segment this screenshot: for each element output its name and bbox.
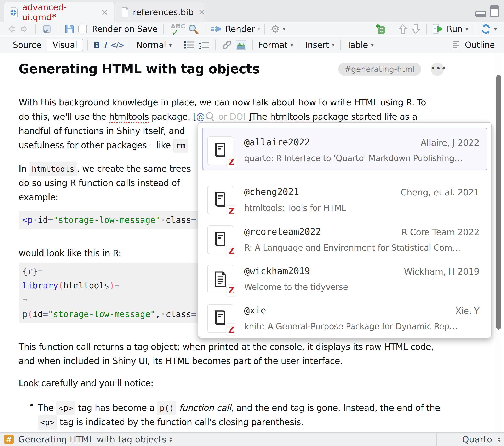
tab-label: advanced-ui.qmd*: [22, 2, 97, 22]
zotero-badge-icon: Z: [227, 324, 236, 335]
citation-author: Allaire, J 2022: [421, 138, 480, 148]
render-options-caret[interactable]: ▾: [257, 26, 260, 32]
citation-item[interactable]: Z@cheng2021Cheng, et al. 2021htmltools: …: [202, 183, 487, 221]
tab-references[interactable]: references.bib ×: [115, 2, 204, 22]
spellcheck-button[interactable]: ABC ✓: [168, 23, 186, 35]
close-icon[interactable]: ×: [101, 8, 108, 17]
svg-text:C: C: [379, 27, 383, 33]
back-button[interactable]: [5, 23, 18, 35]
tab-label: references.bib: [133, 7, 194, 17]
citation-title: quarto: R Interface to 'Quarto' Markdown…: [244, 154, 463, 163]
book-icon: Z: [207, 304, 233, 333]
document-mode-selector[interactable]: Quarto ▴▾: [458, 433, 504, 446]
citation-title: knitr: A General-Purpose Package for Dyn…: [244, 322, 457, 331]
checkbox[interactable]: [78, 25, 87, 33]
svg-text:2: 2: [199, 45, 201, 50]
citation-item[interactable]: Z@wickham2019Wickham, H 2019Welcome to t…: [202, 262, 487, 300]
render-settings-button[interactable]: ⚙ ▾: [269, 23, 287, 35]
forward-button[interactable]: [18, 23, 31, 35]
citation-popup: Z@allaire2022Allaire, J 2022quarto: R In…: [198, 122, 492, 338]
book-icon: Z: [207, 137, 233, 165]
citation-id: @xie: [244, 305, 266, 316]
gear-icon: ⚙: [270, 24, 280, 34]
block-options-button[interactable]: •••: [431, 63, 444, 76]
insert-chunk-button[interactable]: C: [373, 23, 388, 35]
find-replace-button[interactable]: [186, 23, 201, 35]
run-options-caret[interactable]: ▾: [466, 26, 468, 32]
editor-left-border: [5, 54, 5, 432]
format-menu[interactable]: Format ▾: [257, 39, 295, 51]
citation-author: R Core Team 2022: [401, 227, 479, 237]
book-icon: Z: [207, 186, 233, 214]
go-next-section-button[interactable]: [409, 23, 422, 35]
numbered-list-button[interactable]: 12: [197, 39, 211, 51]
bold-button[interactable]: B: [92, 39, 102, 51]
citation-id: @wickham2019: [244, 266, 310, 276]
book-icon: Z: [207, 225, 233, 254]
chevron-down-icon: ▾: [332, 42, 335, 48]
chevron-down-icon: ▾: [371, 42, 374, 48]
chevron-down-icon: ▾: [290, 42, 293, 48]
rerun-button[interactable]: ▾: [479, 23, 499, 35]
open-in-new-window-button[interactable]: [40, 23, 54, 35]
link-button[interactable]: [220, 39, 234, 51]
citation-id: @cheng2021: [244, 187, 299, 197]
citation-author: Cheng, et al. 2021: [401, 187, 479, 198]
rerun-options-caret[interactable]: ▾: [494, 26, 497, 32]
search-icon: [206, 112, 215, 121]
citation-id: @allaire2022: [244, 137, 310, 147]
sort-arrows-icon: ▴▾: [170, 436, 172, 443]
outline-toggle[interactable]: Outline: [451, 39, 497, 51]
maximize-pane-icon[interactable]: [490, 5, 499, 17]
go-previous-section-button[interactable]: [396, 23, 409, 35]
format-toolbar: Source Visual B I </> Normal ▾ 12 Format…: [0, 37, 504, 53]
inline-code-button[interactable]: </>: [108, 39, 126, 51]
citation-author: Wickham, H 2019: [404, 266, 479, 277]
close-icon[interactable]: ×: [198, 8, 206, 17]
citation-title: Welcome to the tidyverse: [244, 282, 348, 292]
run-button[interactable]: Run ▾: [431, 23, 470, 35]
status-section-selector[interactable]: Generating HTML with tag objects: [18, 434, 166, 445]
insert-menu[interactable]: Insert ▾: [304, 39, 336, 51]
render-button[interactable]: Render: [209, 23, 256, 35]
pane-window-controls: [475, 5, 499, 17]
sort-arrows-icon: ▴▾: [498, 436, 500, 443]
citation-item[interactable]: Z@rcoreteam2022R Core Team 2022R: A Lang…: [202, 222, 487, 261]
page-title: Generating HTML with tag objects: [19, 61, 259, 76]
zotero-badge-icon: Z: [227, 156, 236, 168]
article-icon: Z: [207, 265, 233, 293]
section-hash-icon: #: [4, 435, 14, 444]
italic-button[interactable]: I: [102, 39, 108, 51]
render-on-save-checkbox[interactable]: Render on Save: [77, 23, 159, 35]
chevron-down-icon: ▾: [283, 26, 285, 32]
rstudio-window: advanced-ui.qmd* × references.bib ×: [0, 0, 504, 446]
citation-title: htmltools: Tools for HTML: [244, 203, 346, 213]
source-mode-button[interactable]: Source: [7, 39, 47, 51]
scrollbar-thumb[interactable]: [496, 75, 501, 330]
tab-advanced-ui[interactable]: advanced-ui.qmd* ×: [4, 2, 114, 22]
citation-title: R: A Language and Environment for Statis…: [244, 243, 460, 252]
zotero-badge-icon: Z: [227, 245, 236, 257]
bullet-marker: •: [29, 400, 34, 411]
citation-author: Xie, Y: [455, 306, 479, 316]
table-menu[interactable]: Table ▾: [345, 39, 376, 51]
visual-editor-content[interactable]: Generating HTML with tag objects #genera…: [0, 54, 504, 432]
paragraph-style-select[interactable]: Normal ▾: [134, 39, 173, 51]
file-toolbar: Render on Save ABC ✓ Render ▾ ⚙ ▾ C: [0, 22, 504, 36]
zotero-badge-icon: Z: [227, 206, 236, 217]
quarto-doc-icon: [10, 7, 19, 17]
visual-mode-button[interactable]: Visual: [47, 38, 83, 51]
section-anchor-badge: #generating-html: [338, 63, 421, 76]
minimize-pane-icon[interactable]: [475, 9, 486, 17]
save-button[interactable]: [63, 23, 77, 35]
svg-text:1: 1: [199, 40, 201, 45]
citation-item[interactable]: Z@xieXie, Yknitr: A General-Purpose Pack…: [202, 301, 487, 337]
image-button[interactable]: [234, 39, 248, 51]
spellcheck-icon: ABC ✓: [169, 23, 184, 35]
vertical-scrollbar[interactable]: [495, 54, 502, 432]
zotero-badge-icon: Z: [227, 285, 236, 296]
file-icon: [121, 7, 129, 17]
citation-item[interactable]: Z@allaire2022Allaire, J 2022quarto: R In…: [202, 128, 487, 170]
editor-status-bar: # Generating HTML with tag objects ▴▾ Qu…: [0, 432, 504, 446]
bullet-list-button[interactable]: [182, 39, 197, 51]
